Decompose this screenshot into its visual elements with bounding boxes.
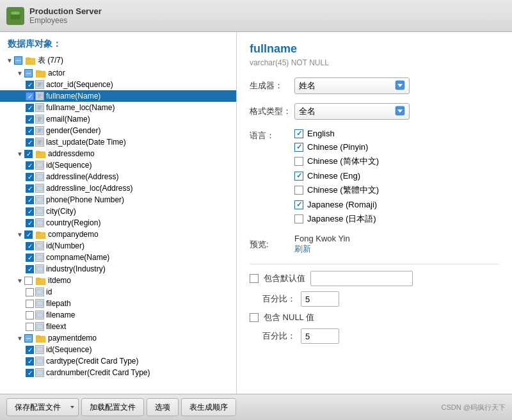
field-addressline[interactable]: ✓ addressline(Address) — [0, 171, 236, 182]
field-checkbox[interactable] — [26, 323, 34, 331]
lang-japanese-romaji-checkbox[interactable] — [294, 200, 303, 209]
refresh-link[interactable]: 刷新 — [294, 244, 311, 254]
addressdemo-checkbox[interactable]: ✓ — [24, 150, 33, 158]
group-addressdemo[interactable]: ▼ ✓ addressdemo — [0, 148, 236, 159]
paymentdemo-checkbox[interactable]: ─ — [24, 334, 33, 343]
field-checkbox[interactable]: ✓ — [26, 92, 34, 101]
generator-label: 生成器： — [250, 80, 294, 92]
include-null-checkbox[interactable] — [250, 313, 259, 322]
field-filename[interactable]: filename — [0, 309, 236, 321]
field-icon — [35, 126, 44, 135]
null-percentage-input[interactable] — [301, 328, 339, 344]
field-pay-id[interactable]: ✓ id(Sequence) — [0, 344, 236, 355]
field-comp-id[interactable]: ✓ id(Number) — [0, 240, 236, 252]
lang-japanese-checkbox[interactable] — [294, 214, 303, 223]
main-content: 数据库对象： ▼ ─ 表 (7/7) ▼ ─ actor — [0, 32, 512, 394]
svg-rect-38 — [36, 220, 43, 225]
field-icon — [35, 184, 44, 193]
field-id-seq[interactable]: ✓ id(Sequence) — [0, 159, 236, 171]
field-addressline-loc[interactable]: ✓ addressline_loc(Address) — [0, 182, 236, 194]
field-checkbox[interactable] — [26, 311, 34, 319]
options-button[interactable]: 选项 — [147, 398, 179, 416]
lang-chinese-simplified-checkbox[interactable] — [294, 157, 303, 166]
generate-order-button[interactable]: 表生成顺序 — [181, 398, 236, 416]
field-city[interactable]: ✓ city(City) — [0, 206, 236, 217]
field-icon — [35, 299, 44, 308]
svg-rect-47 — [36, 301, 43, 306]
percentage-input[interactable] — [301, 291, 339, 307]
field-checkbox[interactable]: ✓ — [26, 127, 34, 135]
field-checkbox[interactable] — [26, 300, 34, 308]
svg-rect-53 — [36, 359, 43, 364]
field-icon — [35, 103, 44, 112]
field-checkbox[interactable]: ✓ — [26, 265, 34, 273]
field-gender[interactable]: ✓ gender(Gender) — [0, 125, 236, 136]
field-checkbox[interactable]: ✓ — [26, 357, 34, 366]
field-checkbox[interactable]: ✓ — [26, 346, 34, 354]
lang-chinese-pinyin-checkbox[interactable] — [294, 143, 303, 152]
generator-select[interactable]: 姓名 — [294, 77, 410, 94]
field-cardtype[interactable]: ✓ cardtype(Credit Card Type) — [0, 355, 236, 367]
field-checkbox[interactable]: ✓ — [26, 138, 34, 147]
field-checkbox[interactable]: ✓ — [26, 207, 34, 216]
include-default-input[interactable] — [310, 271, 413, 286]
lang-chinese-traditional-checkbox[interactable] — [294, 186, 303, 195]
field-checkbox[interactable]: ✓ — [26, 184, 34, 193]
field-label: id(Number) — [46, 241, 84, 250]
tree-root[interactable]: ▼ ─ 表 (7/7) — [0, 54, 236, 67]
field-fullname[interactable]: ✓ fullname(Name) — [0, 90, 236, 102]
lang-english-checkbox[interactable] — [294, 129, 303, 138]
companydemo-label: companydemo — [48, 230, 99, 239]
field-checkbox[interactable]: ✓ — [26, 196, 34, 204]
group-companydemo[interactable]: ▼ ✓ companydemo — [0, 229, 236, 240]
svg-rect-4 — [26, 58, 30, 60]
field-filepath[interactable]: filepath — [0, 298, 236, 309]
group-paymentdemo[interactable]: ▼ ─ paymentdemo — [0, 332, 236, 344]
field-checkbox[interactable] — [26, 288, 34, 296]
field-country[interactable]: ✓ country(Region) — [0, 217, 236, 229]
field-icon — [35, 322, 44, 331]
field-fullname-loc[interactable]: ✓ fullname_loc(Name) — [0, 102, 236, 113]
include-default-checkbox[interactable] — [250, 274, 259, 283]
save-config-dropdown[interactable] — [67, 398, 79, 416]
field-checkbox[interactable]: ✓ — [26, 81, 34, 89]
field-it-id[interactable]: id — [0, 286, 236, 298]
field-checkbox[interactable]: ✓ — [26, 219, 34, 227]
save-config-button[interactable]: 保存配置文件 — [6, 398, 69, 416]
format-select[interactable]: 全名 — [294, 103, 410, 120]
field-actor-id[interactable]: ✓ actor_id(Sequence) — [0, 79, 236, 90]
field-checkbox[interactable]: ✓ — [26, 242, 34, 250]
field-checkbox[interactable]: ✓ — [26, 115, 34, 124]
lang-chinese-eng-checkbox[interactable] — [294, 172, 303, 181]
root-label: 表 (7/7) — [38, 55, 63, 66]
include-null-label: 包含 NULL 值 — [264, 312, 314, 323]
field-checkbox[interactable]: ✓ — [26, 104, 34, 112]
field-checkbox[interactable]: ✓ — [26, 173, 34, 181]
companydemo-checkbox[interactable]: ✓ — [24, 230, 33, 239]
tree-container[interactable]: ▼ ─ 表 (7/7) ▼ ─ actor ✓ — [0, 54, 236, 394]
format-label: 格式类型： — [250, 106, 294, 117]
itdemo-checkbox[interactable] — [24, 277, 33, 285]
field-phone[interactable]: ✓ phone(Phone Number) — [0, 194, 236, 206]
field-checkbox[interactable]: ✓ — [26, 161, 34, 170]
actor-checkbox[interactable]: ─ — [24, 69, 33, 77]
field-icon — [35, 357, 44, 366]
field-label: cardtype(Credit Card Type) — [46, 357, 139, 366]
field-compname[interactable]: ✓ compname(Name) — [0, 252, 236, 263]
toolbar-left: 保存配置文件 加载配置文件 选项 表生成顺序 — [6, 398, 236, 416]
load-config-button[interactable]: 加载配置文件 — [81, 398, 144, 416]
field-icon — [35, 287, 44, 296]
root-checkbox[interactable]: ─ — [14, 56, 22, 65]
field-cardnumber[interactable]: ✓ cardnumber(Credit Card Type) — [0, 367, 236, 378]
field-last-update[interactable]: ✓ last_update(Date Time) — [0, 136, 236, 148]
field-checkbox[interactable]: ✓ — [26, 369, 34, 377]
field-fileext[interactable]: fileext — [0, 321, 236, 332]
field-industry[interactable]: ✓ industry(Industry) — [0, 263, 236, 275]
field-checkbox[interactable]: ✓ — [26, 254, 34, 262]
field-icon — [35, 253, 44, 262]
field-email[interactable]: ✓ email(Name) — [0, 113, 236, 125]
field-label: id(Sequence) — [46, 345, 92, 354]
select-arrow-icon — [395, 80, 405, 92]
group-actor[interactable]: ▼ ─ actor — [0, 67, 236, 79]
group-itdemo[interactable]: ▼ itdemo — [0, 275, 236, 286]
